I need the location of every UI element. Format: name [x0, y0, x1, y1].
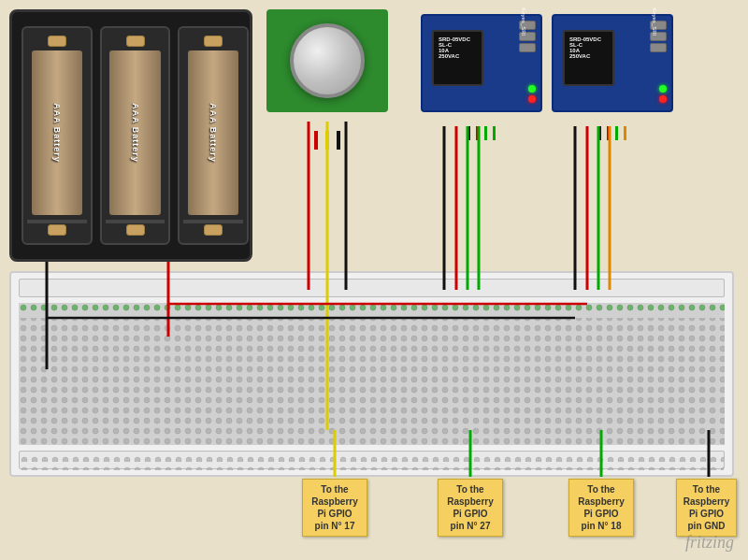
relay-screw-no-2 [650, 43, 667, 52]
pin-label-gpio18: To the Raspberry Pi GPIO pin N° 18 [568, 479, 634, 537]
relay-led-power-2 [659, 85, 667, 93]
relay-led-power-1 [528, 85, 536, 93]
relay-pins-2 [598, 126, 626, 140]
pir-pin-gnd [337, 131, 340, 150]
breadboard-bottom-rail [19, 451, 725, 469]
pin-label-18-line2: Raspberry [578, 496, 624, 507]
pin-label-gpio17: To the Raspberry Pi GPIO pin N° 17 [302, 479, 367, 537]
pin-label-gnd-line3: Pi GPIO [689, 509, 724, 519]
pir-pin-vcc [314, 131, 318, 150]
battery-1: AAA Battery [22, 26, 93, 245]
relay-2-pin-sig [615, 126, 618, 140]
pin-label-18-line1: To the [587, 484, 614, 495]
battery-terminal-bottom [48, 224, 66, 236]
battery-stripe [27, 220, 87, 223]
pin-label-gnd-line4: pin GND [688, 521, 726, 531]
svg-rect-3 [19, 318, 725, 445]
battery-terminal-top [48, 36, 66, 47]
breadboard-main-area [19, 303, 725, 445]
battery-stripe-2 [106, 220, 165, 223]
battery-3: AAA Battery [178, 26, 249, 245]
relay-module-1: SRD-05VDCSL-C10A250VAC Keyes_SRl [421, 14, 542, 126]
battery-3-terminal-top [204, 36, 223, 47]
relay-board-1: SRD-05VDCSL-C10A250VAC Keyes_SRl [421, 14, 542, 112]
pir-dome [290, 23, 365, 98]
relay-board-2: SRD-05VDCSL-C10A250VAC Keyes_SRl [552, 14, 673, 112]
pin-label-17-line1: To the [321, 484, 348, 495]
battery-body-1: AAA Battery [32, 50, 82, 215]
breadboard-top-rail [19, 279, 725, 297]
breadboard [9, 271, 734, 477]
pir-pin-out [325, 131, 329, 150]
battery-3-terminal-bottom [204, 224, 223, 236]
relay-2-pin-vcc [607, 126, 610, 140]
relay-2-pin-sig2 [624, 126, 626, 140]
relay-screw-no [519, 43, 536, 52]
relay-text-1: SRD-05VDCSL-C10A250VAC [439, 36, 470, 59]
battery-2-terminal-bottom [126, 224, 145, 236]
pin-label-17-line3: Pi GPIO [317, 509, 352, 519]
pin-label-27-line2: Raspberry [447, 496, 493, 507]
battery-2-terminal-top [126, 36, 145, 47]
battery-2: AAA Battery [100, 26, 171, 245]
pir-pins [314, 131, 340, 150]
relay-led-area-1 [528, 85, 536, 103]
relay-component-2: SRD-05VDCSL-C10A250VAC [563, 30, 614, 86]
battery-label-3: AAA Battery [209, 103, 218, 163]
pin-label-27-line1: To the [456, 484, 483, 495]
battery-pack: AAA Battery AAA Battery AAA Battery [9, 9, 252, 262]
battery-label-1: AAA Battery [52, 103, 62, 163]
battery-stripe-3 [183, 220, 243, 223]
battery-label-2: AAA Battery [131, 103, 140, 163]
pir-sensor [266, 9, 388, 131]
pin-label-27-line3: Pi GPIO [453, 509, 487, 519]
pin-label-gpio27: To the Raspberry Pi GPIO pin N° 27 [438, 479, 503, 537]
pir-board [266, 9, 388, 112]
svg-rect-2 [19, 303, 725, 314]
relay-led-status-2 [659, 95, 667, 103]
relay-1-pin-vcc [476, 126, 479, 140]
pin-label-18-line4: pin N° 18 [582, 521, 622, 531]
relay-led-area-2 [659, 85, 667, 103]
pin-label-27-line4: pin N° 27 [451, 521, 491, 531]
relay-module-2: SRD-05VDCSL-C10A250VAC Keyes_SRl [552, 14, 673, 126]
relay-2-pin-gnd [598, 126, 601, 140]
battery-body-2: AAA Battery [109, 50, 160, 215]
pin-label-18-line3: Pi GPIO [583, 509, 618, 519]
svg-rect-5 [20, 452, 724, 470]
relay-pins-1 [468, 126, 496, 140]
fritzing-logo: fritzing [685, 533, 734, 553]
relay-1-pin-sig2 [493, 126, 496, 140]
pin-label-gnd: To the Raspberry Pi GPIO pin GND [676, 479, 737, 537]
pin-label-gnd-line2: Raspberry [683, 496, 729, 507]
battery-body-3: AAA Battery [188, 50, 238, 215]
relay-component-1: SRD-05VDCSL-C10A250VAC [432, 30, 483, 86]
relay-1-pin-gnd [468, 126, 470, 140]
circuit-diagram: AAA Battery AAA Battery AAA Battery [0, 0, 748, 560]
relay-1-pin-sig [484, 126, 487, 140]
pin-label-17-line2: Raspberry [311, 496, 357, 507]
relay-text-2: SRD-05VDCSL-C10A250VAC [569, 36, 601, 59]
relay-brand-label-2: Keyes_SRl [652, 7, 657, 36]
pin-label-gnd-line1: To the [693, 484, 720, 495]
relay-brand-label-1: Keyes_SRl [521, 7, 526, 36]
pin-label-17-line4: pin N° 17 [315, 521, 355, 531]
relay-led-status-1 [528, 95, 536, 103]
